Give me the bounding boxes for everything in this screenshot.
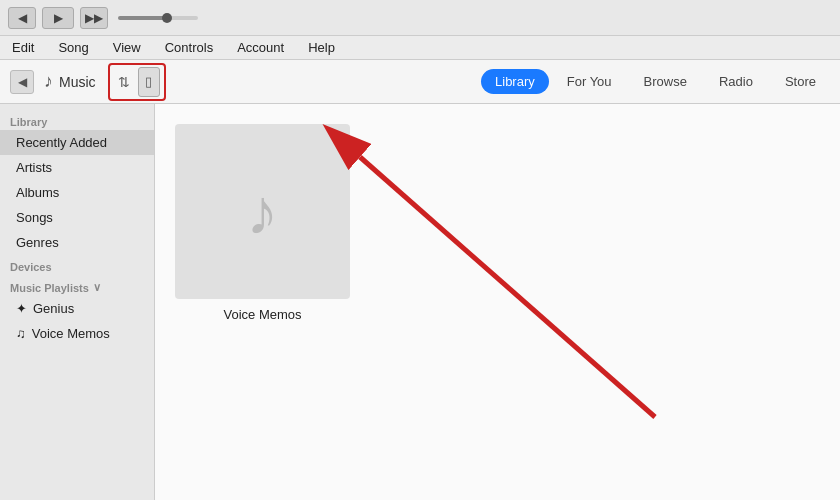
- nav-bar: ◀ ♪ Music ⇅ ▯ Library For You Browse Rad…: [0, 60, 840, 104]
- sidebar-item-recently-added[interactable]: Recently Added: [0, 130, 154, 155]
- tab-for-you[interactable]: For You: [553, 69, 626, 94]
- menu-view[interactable]: View: [109, 38, 145, 57]
- sidebar-item-genres[interactable]: Genres: [0, 230, 154, 255]
- album-art-icon: ♪: [247, 175, 279, 249]
- music-note-icon: ♪: [44, 71, 53, 92]
- music-icon-area: ♪ Music: [44, 71, 96, 92]
- sidebar: Library Recently Added Artists Albums So…: [0, 104, 155, 500]
- library-section-label: Library: [0, 110, 154, 130]
- album-title: Voice Memos: [175, 307, 350, 322]
- tab-library[interactable]: Library: [481, 69, 549, 94]
- chevron-down-icon: ∨: [93, 281, 101, 294]
- forward-button[interactable]: ▶▶: [80, 7, 108, 29]
- tab-browse[interactable]: Browse: [630, 69, 701, 94]
- album-grid: ♪ Voice Memos: [175, 124, 820, 322]
- menu-help[interactable]: Help: [304, 38, 339, 57]
- nav-tabs: Library For You Browse Radio Store: [481, 69, 830, 94]
- playlists-label: Music Playlists: [10, 282, 89, 294]
- devices-section-label: Devices: [0, 255, 154, 275]
- playlists-section[interactable]: Music Playlists ∨: [0, 275, 154, 296]
- voice-memos-icon: ♫: [16, 326, 26, 341]
- device-button[interactable]: ▯: [138, 67, 160, 97]
- title-bar: ◀ ▶ ▶▶: [0, 0, 840, 36]
- content-area: ♪ Voice Memos: [155, 104, 840, 500]
- nav-back-button[interactable]: ◀: [10, 70, 34, 94]
- sort-button[interactable]: ⇅: [114, 69, 134, 95]
- sidebar-item-songs[interactable]: Songs: [0, 205, 154, 230]
- menu-controls[interactable]: Controls: [161, 38, 217, 57]
- menu-bar: Edit Song View Controls Account Help: [0, 36, 840, 60]
- sidebar-item-albums[interactable]: Albums: [0, 180, 154, 205]
- genius-icon: ✦: [16, 301, 27, 316]
- sidebar-item-genius[interactable]: ✦ Genius: [0, 296, 154, 321]
- device-controls-highlighted: ⇅ ▯: [108, 63, 166, 101]
- music-label: Music: [59, 74, 96, 90]
- sidebar-item-voice-memos[interactable]: ♫ Voice Memos: [0, 321, 154, 346]
- menu-account[interactable]: Account: [233, 38, 288, 57]
- main-layout: Library Recently Added Artists Albums So…: [0, 104, 840, 500]
- menu-song[interactable]: Song: [54, 38, 92, 57]
- title-bar-controls: ◀ ▶ ▶▶: [8, 7, 198, 29]
- sidebar-item-artists[interactable]: Artists: [0, 155, 154, 180]
- tab-store[interactable]: Store: [771, 69, 830, 94]
- album-tile-voice-memos[interactable]: ♪ Voice Memos: [175, 124, 350, 322]
- album-art: ♪: [175, 124, 350, 299]
- tab-radio[interactable]: Radio: [705, 69, 767, 94]
- volume-slider[interactable]: [118, 16, 198, 20]
- back-button[interactable]: ◀: [8, 7, 36, 29]
- menu-edit[interactable]: Edit: [8, 38, 38, 57]
- play-pause-button[interactable]: ▶: [42, 7, 74, 29]
